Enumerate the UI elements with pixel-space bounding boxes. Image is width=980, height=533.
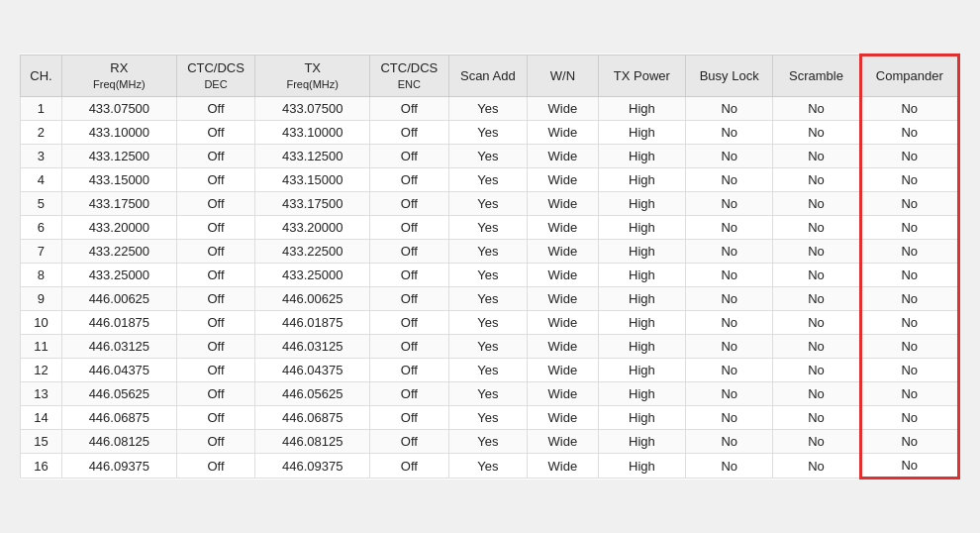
- cell-ch: 14: [21, 406, 62, 430]
- cell-compander: No: [860, 192, 958, 216]
- cell-scramble: No: [773, 192, 860, 216]
- cell-scramble: No: [773, 264, 860, 287]
- table-row[interactable]: 14446.06875Off446.06875OffYesWideHighNoN…: [21, 406, 959, 430]
- cell-ctc-enc: Off: [370, 216, 448, 240]
- cell-tx-power: High: [598, 264, 685, 287]
- cell-busy-lock: No: [686, 264, 773, 287]
- table-row[interactable]: 11446.03125Off446.03125OffYesWideHighNoN…: [21, 335, 959, 359]
- table-row[interactable]: 10446.01875Off446.01875OffYesWideHighNoN…: [21, 311, 959, 335]
- cell-tx: 433.20000: [255, 216, 370, 240]
- cell-busy-lock: No: [686, 121, 773, 145]
- table-row[interactable]: 3433.12500Off433.12500OffYesWideHighNoNo…: [21, 145, 959, 168]
- cell-busy-lock: No: [686, 382, 773, 406]
- cell-ctc-dec: Off: [176, 168, 254, 192]
- cell-busy-lock: No: [686, 216, 773, 240]
- cell-ch: 5: [21, 192, 62, 216]
- cell-rx: 446.03125: [61, 335, 176, 359]
- cell-ctc-dec: Off: [176, 382, 254, 406]
- cell-tx: 446.03125: [255, 335, 370, 359]
- cell-ctc-dec: Off: [176, 359, 254, 382]
- cell-scramble: No: [773, 382, 860, 406]
- cell-wn: Wide: [528, 216, 599, 240]
- cell-scan: Yes: [448, 359, 527, 382]
- cell-ch: 2: [21, 121, 62, 145]
- cell-ctc-enc: Off: [370, 264, 448, 287]
- cell-rx: 446.08125: [61, 430, 176, 454]
- cell-scramble: No: [773, 430, 860, 454]
- table-row[interactable]: 16446.09375Off446.09375OffYesWideHighNoN…: [21, 454, 959, 479]
- cell-scramble: No: [773, 216, 860, 240]
- cell-busy-lock: No: [686, 430, 773, 454]
- cell-tx: 446.00625: [255, 287, 370, 311]
- cell-ctc-dec: Off: [176, 406, 254, 430]
- cell-busy-lock: No: [686, 97, 773, 121]
- cell-ctc-dec: Off: [176, 454, 254, 479]
- table-row[interactable]: 8433.25000Off433.25000OffYesWideHighNoNo…: [21, 264, 959, 287]
- table-row[interactable]: 4433.15000Off433.15000OffYesWideHighNoNo…: [21, 168, 959, 192]
- header-ch: CH.: [21, 54, 62, 96]
- cell-wn: Wide: [528, 264, 599, 287]
- table-row[interactable]: 1433.07500Off433.07500OffYesWideHighNoNo…: [21, 97, 959, 121]
- cell-ctc-dec: Off: [176, 145, 254, 168]
- cell-rx: 446.09375: [61, 454, 176, 479]
- cell-scan: Yes: [448, 406, 527, 430]
- cell-compander: No: [860, 97, 958, 121]
- table-row[interactable]: 5433.17500Off433.17500OffYesWideHighNoNo…: [21, 192, 959, 216]
- cell-tx-power: High: [598, 430, 685, 454]
- cell-tx: 433.17500: [255, 192, 370, 216]
- cell-scramble: No: [773, 335, 860, 359]
- cell-wn: Wide: [528, 335, 599, 359]
- cell-tx: 433.07500: [255, 97, 370, 121]
- cell-wn: Wide: [528, 240, 599, 264]
- cell-wn: Wide: [528, 430, 599, 454]
- cell-ch: 7: [21, 240, 62, 264]
- table-row[interactable]: 13446.05625Off446.05625OffYesWideHighNoN…: [21, 382, 959, 406]
- cell-ctc-enc: Off: [370, 335, 448, 359]
- cell-ch: 4: [21, 168, 62, 192]
- cell-ch: 11: [21, 335, 62, 359]
- header-ctc-enc: CTC/DCSENC: [370, 54, 448, 96]
- cell-compander: No: [860, 406, 958, 430]
- cell-ctc-enc: Off: [370, 168, 448, 192]
- cell-compander: No: [860, 240, 958, 264]
- table-row[interactable]: 15446.08125Off446.08125OffYesWideHighNoN…: [21, 430, 959, 454]
- cell-scan: Yes: [448, 264, 527, 287]
- cell-tx-power: High: [598, 406, 685, 430]
- cell-tx: 446.06875: [255, 406, 370, 430]
- cell-scan: Yes: [448, 382, 527, 406]
- cell-tx: 433.10000: [255, 121, 370, 145]
- cell-scan: Yes: [448, 240, 527, 264]
- cell-ctc-enc: Off: [370, 192, 448, 216]
- cell-busy-lock: No: [686, 359, 773, 382]
- cell-scan: Yes: [448, 168, 527, 192]
- cell-rx: 433.22500: [61, 240, 176, 264]
- cell-tx: 446.09375: [255, 454, 370, 479]
- cell-busy-lock: No: [686, 406, 773, 430]
- cell-tx-power: High: [598, 287, 685, 311]
- cell-scramble: No: [773, 121, 860, 145]
- cell-ctc-dec: Off: [176, 430, 254, 454]
- table-row[interactable]: 2433.10000Off433.10000OffYesWideHighNoNo…: [21, 121, 959, 145]
- cell-ch: 6: [21, 216, 62, 240]
- cell-busy-lock: No: [686, 240, 773, 264]
- table-row[interactable]: 6433.20000Off433.20000OffYesWideHighNoNo…: [21, 216, 959, 240]
- table-row[interactable]: 9446.00625Off446.00625OffYesWideHighNoNo…: [21, 287, 959, 311]
- cell-rx: 433.20000: [61, 216, 176, 240]
- cell-compander: No: [860, 216, 958, 240]
- cell-rx: 433.25000: [61, 264, 176, 287]
- header-scan-add: Scan Add: [448, 54, 527, 96]
- table-row[interactable]: 7433.22500Off433.22500OffYesWideHighNoNo…: [21, 240, 959, 264]
- cell-compander: No: [860, 430, 958, 454]
- table-row[interactable]: 12446.04375Off446.04375OffYesWideHighNoN…: [21, 359, 959, 382]
- cell-compander: No: [860, 311, 958, 335]
- cell-ctc-dec: Off: [176, 216, 254, 240]
- cell-ch: 3: [21, 145, 62, 168]
- cell-tx-power: High: [598, 382, 685, 406]
- cell-ctc-dec: Off: [176, 240, 254, 264]
- cell-scramble: No: [773, 240, 860, 264]
- cell-ctc-dec: Off: [176, 311, 254, 335]
- cell-ch: 13: [21, 382, 62, 406]
- cell-ch: 8: [21, 264, 62, 287]
- cell-tx-power: High: [598, 97, 685, 121]
- cell-rx: 446.04375: [61, 359, 176, 382]
